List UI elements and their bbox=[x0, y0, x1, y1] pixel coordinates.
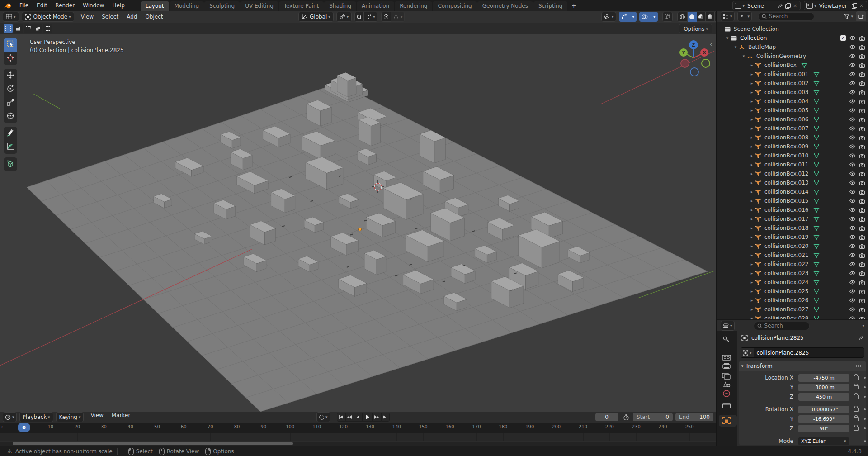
camera-render-icon[interactable] bbox=[859, 271, 865, 276]
expander-icon[interactable]: ▸ bbox=[749, 253, 755, 257]
remove-viewlayer-icon[interactable]: × bbox=[858, 3, 865, 9]
jump-to-end-button[interactable] bbox=[381, 413, 390, 422]
camera-render-icon[interactable] bbox=[859, 261, 865, 267]
snap-toggle[interactable] bbox=[354, 12, 364, 22]
shading-solid[interactable] bbox=[688, 12, 697, 22]
expander-icon[interactable]: ▸ bbox=[749, 162, 755, 167]
camera-render-icon[interactable] bbox=[859, 117, 865, 123]
shading-wireframe[interactable] bbox=[677, 12, 688, 22]
navigation-gizmo[interactable]: ZYX bbox=[675, 39, 713, 77]
camera-render-icon[interactable] bbox=[859, 53, 865, 59]
expander-icon[interactable]: ▸ bbox=[749, 199, 755, 203]
camera-render-icon[interactable] bbox=[859, 171, 865, 177]
tab-world[interactable] bbox=[723, 390, 730, 397]
outliner-row[interactable]: ▸collisionBox.015 bbox=[717, 196, 868, 205]
show-overlays-toggle[interactable] bbox=[639, 12, 650, 22]
expander-icon[interactable]: ▸ bbox=[749, 126, 755, 131]
blender-logo-icon[interactable] bbox=[4, 2, 12, 9]
menu-help[interactable]: Help bbox=[108, 2, 128, 9]
tab-scene[interactable] bbox=[724, 382, 730, 387]
transform-panel-header[interactable]: ▾ Transform bbox=[739, 361, 866, 371]
workspace-tab-compositing[interactable]: Compositing bbox=[433, 1, 476, 11]
transform-value-field[interactable]: 90° bbox=[798, 425, 849, 432]
outliner-item-label[interactable]: collisionBox.017 bbox=[764, 216, 809, 222]
workspace-tab-layout[interactable]: Layout bbox=[141, 1, 169, 11]
outliner-item-label[interactable]: Scene Collection bbox=[734, 26, 779, 32]
outliner-search[interactable]: Search bbox=[758, 12, 814, 21]
select-mode-intersect[interactable] bbox=[43, 24, 52, 33]
tool-cursor[interactable] bbox=[4, 52, 17, 65]
shading-rendered[interactable] bbox=[706, 12, 715, 22]
transform-value-field[interactable]: -0.000057° bbox=[798, 406, 849, 413]
camera-render-icon[interactable] bbox=[859, 307, 865, 313]
expander-icon[interactable]: ▾ bbox=[741, 54, 747, 58]
tool-measure[interactable] bbox=[4, 140, 17, 154]
gizmo-axis-z-neg[interactable] bbox=[690, 67, 699, 76]
lock-icon[interactable] bbox=[854, 376, 859, 380]
select-mode-subtract[interactable] bbox=[24, 24, 33, 33]
expander-icon[interactable]: ▸ bbox=[749, 171, 755, 176]
gizmo-axis-x[interactable]: X bbox=[700, 48, 708, 57]
tab-view-layer[interactable] bbox=[722, 373, 730, 379]
tab-collection[interactable] bbox=[723, 404, 731, 408]
tool-transform[interactable] bbox=[4, 109, 17, 123]
outliner-item-label[interactable]: collisionBox.005 bbox=[764, 107, 809, 114]
eye-icon[interactable] bbox=[849, 225, 856, 231]
outliner-row[interactable]: ▸collisionBox.011 bbox=[717, 160, 868, 169]
camera-render-icon[interactable] bbox=[859, 280, 865, 285]
workspace-tab-animation[interactable]: Animation bbox=[357, 1, 394, 11]
timeline-scrollbar[interactable] bbox=[0, 442, 716, 446]
outliner-item-label[interactable]: collisionBox.025 bbox=[764, 288, 809, 294]
lock-icon[interactable] bbox=[854, 427, 859, 431]
gizmo-axis-z[interactable]: Z bbox=[689, 40, 698, 49]
eye-icon[interactable] bbox=[849, 171, 856, 176]
outliner-item-label[interactable]: collisionBox.024 bbox=[764, 279, 809, 285]
outliner-row[interactable]: ▸collisionBox bbox=[717, 61, 868, 70]
expander-icon[interactable]: ▸ bbox=[749, 72, 755, 76]
outliner-row[interactable]: ▸collisionBox.004 bbox=[717, 97, 868, 106]
viewport-menu-select[interactable]: Select bbox=[98, 14, 123, 20]
expander-icon[interactable]: ▸ bbox=[749, 217, 755, 221]
outliner-row[interactable]: ▸collisionBox.018 bbox=[717, 223, 868, 233]
outliner-row[interactable]: ▸collisionBox.020 bbox=[717, 242, 868, 251]
timeline-lane[interactable] bbox=[0, 433, 716, 441]
eye-icon[interactable] bbox=[849, 298, 856, 303]
outliner-row[interactable]: ▸collisionBox.021 bbox=[717, 251, 868, 260]
lock-icon[interactable] bbox=[854, 408, 859, 412]
eye-icon[interactable] bbox=[849, 216, 856, 222]
camera-render-icon[interactable] bbox=[859, 225, 865, 231]
workspace-tab-rendering[interactable]: Rendering bbox=[395, 1, 432, 11]
eye-icon[interactable] bbox=[849, 90, 856, 95]
outliner-item-label[interactable]: collisionBox bbox=[764, 62, 797, 68]
outliner-row[interactable]: ▸collisionBox.002 bbox=[717, 79, 868, 88]
overlays-dropdown[interactable]: ▾ bbox=[650, 12, 658, 22]
eye-icon[interactable] bbox=[849, 316, 856, 319]
scene-name[interactable]: Scene bbox=[745, 3, 777, 9]
eye-icon[interactable] bbox=[849, 162, 856, 167]
camera-render-icon[interactable] bbox=[859, 252, 865, 258]
snap-settings[interactable]: ▾ bbox=[364, 12, 377, 22]
pivot-point-button[interactable]: ▾ bbox=[336, 12, 352, 22]
outliner-item-label[interactable]: collisionBox.015 bbox=[764, 198, 809, 204]
expander-icon[interactable]: ▸ bbox=[749, 99, 755, 104]
workspace-tab-sculpting[interactable]: Sculpting bbox=[204, 1, 240, 11]
outliner-item-label[interactable]: collisionBox.009 bbox=[764, 143, 809, 150]
properties-options-dropdown[interactable]: ▾ bbox=[862, 323, 864, 328]
menu-edit[interactable]: Edit bbox=[33, 2, 51, 9]
outliner-item-label[interactable]: collisionBox.006 bbox=[764, 116, 809, 123]
eye-icon[interactable] bbox=[849, 81, 856, 86]
viewport-menu-object[interactable]: Object bbox=[141, 14, 167, 20]
eye-icon[interactable] bbox=[849, 126, 856, 131]
outliner-item-label[interactable]: collisionBox.004 bbox=[764, 98, 809, 104]
select-mode-invert[interactable] bbox=[33, 24, 42, 33]
transform-value-field[interactable]: -16.699° bbox=[798, 415, 849, 423]
outliner-row[interactable]: ▸collisionBox.024 bbox=[717, 278, 868, 287]
camera-render-icon[interactable] bbox=[859, 35, 865, 41]
camera-render-icon[interactable] bbox=[859, 99, 865, 104]
outliner-row[interactable]: ▸collisionBox.022 bbox=[717, 260, 868, 269]
viewlayer-selector[interactable]: ▾ ViewLayer × bbox=[804, 1, 867, 10]
eye-icon[interactable] bbox=[849, 180, 856, 185]
outliner-row[interactable]: ▸collisionBox.025 bbox=[717, 287, 868, 296]
transform-value-field[interactable]: 450 m bbox=[798, 393, 849, 401]
outliner-row[interactable]: ▸collisionBox.012 bbox=[717, 169, 868, 178]
